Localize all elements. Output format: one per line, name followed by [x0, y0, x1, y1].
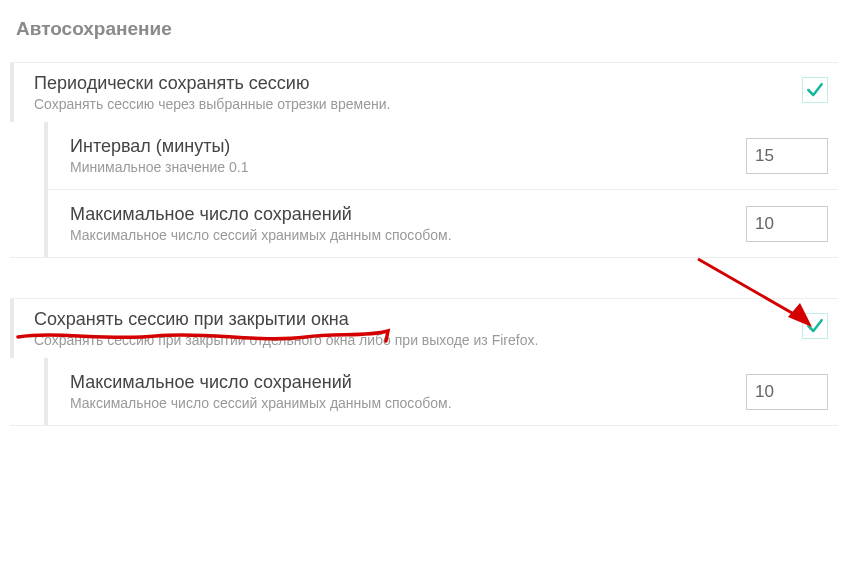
- onclose-maxsaves-desc: Максимальное число сессий хранимых данны…: [70, 395, 736, 411]
- periodic-save-desc: Сохранять сессию через выбранные отрезки…: [34, 96, 794, 112]
- settings-page: Автосохранение Периодически сохранять се…: [0, 0, 848, 476]
- interval-desc: Минимальное значение 0.1: [70, 159, 736, 175]
- periodic-save-labels: Периодически сохранять сессию Сохранять …: [34, 73, 794, 112]
- periodic-save-group: Периодически сохранять сессию Сохранять …: [10, 62, 838, 258]
- check-icon: [805, 316, 825, 336]
- interval-block: Интервал (минуты) Минимальное значение 0…: [44, 122, 838, 190]
- onclose-maxsaves-block: Максимальное число сохранений Максимальн…: [44, 358, 838, 425]
- onclose-save-group: Сохранять сессию при закрытии окна Сохра…: [10, 298, 838, 426]
- onclose-save-header: Сохранять сессию при закрытии окна Сохра…: [10, 299, 838, 358]
- onclose-maxsaves-title: Максимальное число сохранений: [70, 372, 736, 393]
- section-title: Автосохранение: [16, 18, 838, 40]
- interval-input[interactable]: [746, 138, 828, 174]
- check-icon: [805, 80, 825, 100]
- periodic-save-header: Периодически сохранять сессию Сохранять …: [10, 63, 838, 122]
- periodic-maxsaves-desc: Максимальное число сессий хранимых данны…: [70, 227, 736, 243]
- onclose-save-checkbox[interactable]: [802, 313, 828, 339]
- periodic-maxsaves-block: Максимальное число сохранений Максимальн…: [44, 190, 838, 257]
- onclose-maxsaves-labels: Максимальное число сохранений Максимальн…: [70, 372, 736, 411]
- onclose-save-desc: Сохранять сессию при закрытии отдельного…: [34, 332, 794, 348]
- periodic-maxsaves-input[interactable]: [746, 206, 828, 242]
- interval-labels: Интервал (минуты) Минимальное значение 0…: [70, 136, 736, 175]
- onclose-maxsaves-input[interactable]: [746, 374, 828, 410]
- periodic-save-checkbox[interactable]: [802, 77, 828, 103]
- periodic-save-title: Периодически сохранять сессию: [34, 73, 794, 94]
- onclose-save-labels: Сохранять сессию при закрытии окна Сохра…: [34, 309, 794, 348]
- periodic-maxsaves-title: Максимальное число сохранений: [70, 204, 736, 225]
- onclose-save-title: Сохранять сессию при закрытии окна: [34, 309, 794, 330]
- interval-title: Интервал (минуты): [70, 136, 736, 157]
- periodic-maxsaves-labels: Максимальное число сохранений Максимальн…: [70, 204, 736, 243]
